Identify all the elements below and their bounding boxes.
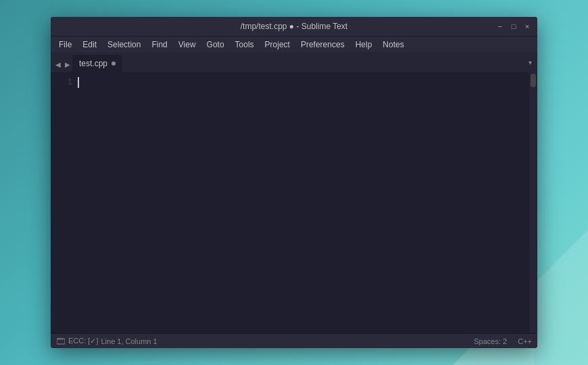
line-number-1: 1 — [51, 76, 78, 89]
text-cursor — [78, 77, 79, 88]
menu-tools[interactable]: Tools — [230, 39, 260, 51]
close-button[interactable]: × — [522, 22, 532, 31]
menu-find[interactable]: Find — [146, 39, 172, 51]
status-right: Spaces: 2 C++ — [474, 337, 532, 345]
menu-file[interactable]: File — [53, 39, 77, 51]
ecc-status: ECC: [✓] — [68, 337, 98, 345]
tab-bar: ◀ ▶ test.cpp ▾ — [51, 52, 537, 72]
tab-nav-right[interactable]: ▶ — [63, 56, 72, 72]
tab-unsaved-indicator — [112, 62, 116, 66]
spaces-setting[interactable]: Spaces: 2 — [474, 337, 507, 345]
cursor-position: Line 1, Column 1 — [101, 337, 157, 345]
line-numbers: 1 — [51, 72, 78, 333]
editor-area[interactable]: 1 — [51, 72, 537, 333]
tab-test-cpp[interactable]: test.cpp — [72, 55, 122, 72]
tab-nav-left[interactable]: ◀ — [53, 56, 63, 72]
menu-notes[interactable]: Notes — [377, 39, 409, 51]
ecc-icon — [56, 338, 66, 345]
title-bar: /tmp/test.cpp ● - Sublime Text − □ × — [51, 17, 537, 36]
menu-goto[interactable]: Goto — [201, 39, 230, 51]
syntax-setting[interactable]: C++ — [518, 337, 532, 345]
tab-dropdown-button[interactable]: ▾ — [529, 59, 532, 66]
status-bar: ECC: [✓] Line 1, Column 1 Spaces: 2 C++ — [51, 333, 537, 348]
editor-line-1 — [78, 76, 529, 89]
maximize-button[interactable]: □ — [509, 22, 518, 31]
minimize-button[interactable]: − — [495, 22, 505, 31]
vertical-scrollbar[interactable] — [529, 72, 537, 333]
sublime-text-window: /tmp/test.cpp ● - Sublime Text − □ × Fil… — [51, 17, 537, 348]
editor-content[interactable] — [78, 72, 529, 333]
menu-help[interactable]: Help — [350, 39, 378, 51]
menu-selection[interactable]: Selection — [102, 39, 146, 51]
window-title: /tmp/test.cpp ● - Sublime Text — [241, 22, 347, 31]
scrollbar-thumb[interactable] — [531, 74, 536, 87]
menu-edit[interactable]: Edit — [77, 39, 102, 51]
menu-bar: File Edit Selection Find View Goto Tools… — [51, 36, 537, 52]
tab-label: test.cpp — [79, 59, 107, 68]
desktop: /tmp/test.cpp ● - Sublime Text − □ × Fil… — [0, 0, 588, 365]
window-controls: − □ × — [495, 22, 532, 31]
menu-preferences[interactable]: Preferences — [295, 39, 350, 51]
status-left: ECC: [✓] Line 1, Column 1 — [56, 337, 474, 345]
menu-view[interactable]: View — [173, 39, 201, 51]
menu-project[interactable]: Project — [260, 39, 295, 51]
